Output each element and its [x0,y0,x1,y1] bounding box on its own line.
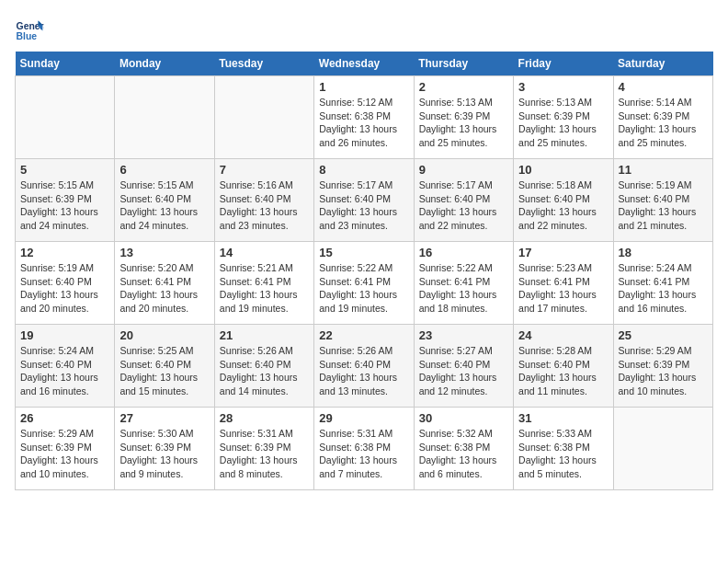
calendar-cell: 9Sunrise: 5:17 AM Sunset: 6:40 PM Daylig… [414,159,513,242]
day-number: 10 [518,163,608,177]
day-number: 25 [619,328,708,342]
calendar-cell [115,76,214,159]
day-number: 24 [518,328,608,342]
day-number: 29 [319,411,408,425]
day-number: 26 [20,411,109,425]
calendar-cell: 23Sunrise: 5:27 AM Sunset: 6:40 PM Dayli… [414,325,513,408]
svg-text:Blue: Blue [17,31,38,41]
day-number: 16 [419,246,508,259]
calendar-cell: 30Sunrise: 5:32 AM Sunset: 6:38 PM Dayli… [414,408,513,490]
header-friday: Friday [514,52,613,76]
calendar-week-5: 26Sunrise: 5:29 AM Sunset: 6:39 PM Dayli… [16,408,713,490]
day-info: Sunrise: 5:29 AM Sunset: 6:39 PM Dayligh… [619,344,708,398]
calendar-cell: 5Sunrise: 5:15 AM Sunset: 6:39 PM Daylig… [16,159,115,242]
day-info: Sunrise: 5:24 AM Sunset: 6:40 PM Dayligh… [20,344,109,398]
header: General Blue [15,15,713,44]
day-info: Sunrise: 5:24 AM Sunset: 6:41 PM Dayligh… [619,261,708,316]
calendar-cell: 15Sunrise: 5:22 AM Sunset: 6:41 PM Dayli… [314,242,414,325]
calendar-cell [613,408,712,490]
calendar-table: SundayMondayTuesdayWednesdayThursdayFrid… [15,52,713,490]
logo-icon: General Blue [15,15,44,44]
calendar-cell [214,76,313,159]
day-number: 12 [20,246,109,259]
calendar-cell: 18Sunrise: 5:24 AM Sunset: 6:41 PM Dayli… [613,242,712,325]
day-number: 9 [419,163,508,177]
calendar-header-row: SundayMondayTuesdayWednesdayThursdayFrid… [16,52,713,76]
calendar-cell: 2Sunrise: 5:13 AM Sunset: 6:39 PM Daylig… [414,76,513,159]
day-info: Sunrise: 5:25 AM Sunset: 6:40 PM Dayligh… [119,344,209,398]
day-number: 23 [419,328,508,342]
calendar-cell: 20Sunrise: 5:25 AM Sunset: 6:40 PM Dayli… [115,325,214,408]
day-info: Sunrise: 5:31 AM Sunset: 6:39 PM Dayligh… [220,427,309,481]
day-number: 15 [319,246,408,259]
day-number: 11 [619,163,708,177]
calendar-cell: 1Sunrise: 5:12 AM Sunset: 6:38 PM Daylig… [314,76,414,159]
calendar-cell: 14Sunrise: 5:21 AM Sunset: 6:41 PM Dayli… [214,242,313,325]
day-number: 14 [220,246,309,259]
day-number: 21 [220,328,309,342]
day-info: Sunrise: 5:15 AM Sunset: 6:40 PM Dayligh… [119,178,209,233]
calendar-cell: 24Sunrise: 5:28 AM Sunset: 6:40 PM Dayli… [514,325,613,408]
day-info: Sunrise: 5:30 AM Sunset: 6:39 PM Dayligh… [119,427,209,481]
header-monday: Monday [115,52,214,76]
calendar-cell: 26Sunrise: 5:29 AM Sunset: 6:39 PM Dayli… [16,408,115,490]
day-info: Sunrise: 5:22 AM Sunset: 6:41 PM Dayligh… [419,261,508,316]
day-info: Sunrise: 5:14 AM Sunset: 6:39 PM Dayligh… [619,96,708,150]
calendar-week-1: 1Sunrise: 5:12 AM Sunset: 6:38 PM Daylig… [16,76,713,159]
calendar-cell: 16Sunrise: 5:22 AM Sunset: 6:41 PM Dayli… [414,242,513,325]
day-info: Sunrise: 5:28 AM Sunset: 6:40 PM Dayligh… [518,344,608,398]
calendar-cell: 10Sunrise: 5:18 AM Sunset: 6:40 PM Dayli… [514,159,613,242]
day-number: 18 [619,246,708,259]
day-number: 1 [319,80,408,94]
day-number: 4 [619,80,708,94]
calendar-cell [16,76,115,159]
calendar-cell: 22Sunrise: 5:26 AM Sunset: 6:40 PM Dayli… [314,325,414,408]
day-info: Sunrise: 5:26 AM Sunset: 6:40 PM Dayligh… [319,344,408,398]
day-info: Sunrise: 5:21 AM Sunset: 6:41 PM Dayligh… [220,261,309,316]
calendar-cell: 13Sunrise: 5:20 AM Sunset: 6:41 PM Dayli… [115,242,214,325]
logo: General Blue [15,15,48,44]
day-info: Sunrise: 5:16 AM Sunset: 6:40 PM Dayligh… [220,178,309,233]
day-number: 17 [518,246,608,259]
day-info: Sunrise: 5:22 AM Sunset: 6:41 PM Dayligh… [319,261,408,316]
day-number: 28 [220,411,309,425]
calendar-week-3: 12Sunrise: 5:19 AM Sunset: 6:40 PM Dayli… [16,242,713,325]
day-number: 19 [20,328,109,342]
calendar-cell: 19Sunrise: 5:24 AM Sunset: 6:40 PM Dayli… [16,325,115,408]
calendar-cell: 12Sunrise: 5:19 AM Sunset: 6:40 PM Dayli… [16,242,115,325]
day-number: 3 [518,80,608,94]
day-info: Sunrise: 5:13 AM Sunset: 6:39 PM Dayligh… [518,96,608,150]
day-info: Sunrise: 5:27 AM Sunset: 6:40 PM Dayligh… [419,344,508,398]
calendar-week-4: 19Sunrise: 5:24 AM Sunset: 6:40 PM Dayli… [16,325,713,408]
day-info: Sunrise: 5:19 AM Sunset: 6:40 PM Dayligh… [20,261,109,316]
header-tuesday: Tuesday [214,52,313,76]
day-number: 20 [119,328,209,342]
day-number: 8 [319,163,408,177]
calendar-cell: 29Sunrise: 5:31 AM Sunset: 6:38 PM Dayli… [314,408,414,490]
header-saturday: Saturday [613,52,712,76]
calendar-cell: 28Sunrise: 5:31 AM Sunset: 6:39 PM Dayli… [214,408,313,490]
day-info: Sunrise: 5:19 AM Sunset: 6:40 PM Dayligh… [619,178,708,233]
calendar-cell: 6Sunrise: 5:15 AM Sunset: 6:40 PM Daylig… [115,159,214,242]
day-info: Sunrise: 5:13 AM Sunset: 6:39 PM Dayligh… [419,96,508,150]
calendar-cell: 3Sunrise: 5:13 AM Sunset: 6:39 PM Daylig… [514,76,613,159]
day-number: 30 [419,411,508,425]
day-info: Sunrise: 5:26 AM Sunset: 6:40 PM Dayligh… [220,344,309,398]
day-info: Sunrise: 5:18 AM Sunset: 6:40 PM Dayligh… [518,178,608,233]
day-info: Sunrise: 5:12 AM Sunset: 6:38 PM Dayligh… [319,96,408,150]
day-info: Sunrise: 5:33 AM Sunset: 6:38 PM Dayligh… [518,427,608,481]
calendar-cell: 21Sunrise: 5:26 AM Sunset: 6:40 PM Dayli… [214,325,313,408]
day-info: Sunrise: 5:17 AM Sunset: 6:40 PM Dayligh… [419,178,508,233]
header-wednesday: Wednesday [314,52,414,76]
day-number: 2 [419,80,508,94]
day-number: 13 [119,246,209,259]
day-number: 5 [20,163,109,177]
day-number: 22 [319,328,408,342]
day-info: Sunrise: 5:20 AM Sunset: 6:41 PM Dayligh… [119,261,209,316]
day-info: Sunrise: 5:15 AM Sunset: 6:39 PM Dayligh… [20,178,109,233]
calendar-cell: 27Sunrise: 5:30 AM Sunset: 6:39 PM Dayli… [115,408,214,490]
calendar-week-2: 5Sunrise: 5:15 AM Sunset: 6:39 PM Daylig… [16,159,713,242]
header-thursday: Thursday [414,52,513,76]
calendar-cell: 4Sunrise: 5:14 AM Sunset: 6:39 PM Daylig… [613,76,712,159]
day-number: 6 [119,163,209,177]
